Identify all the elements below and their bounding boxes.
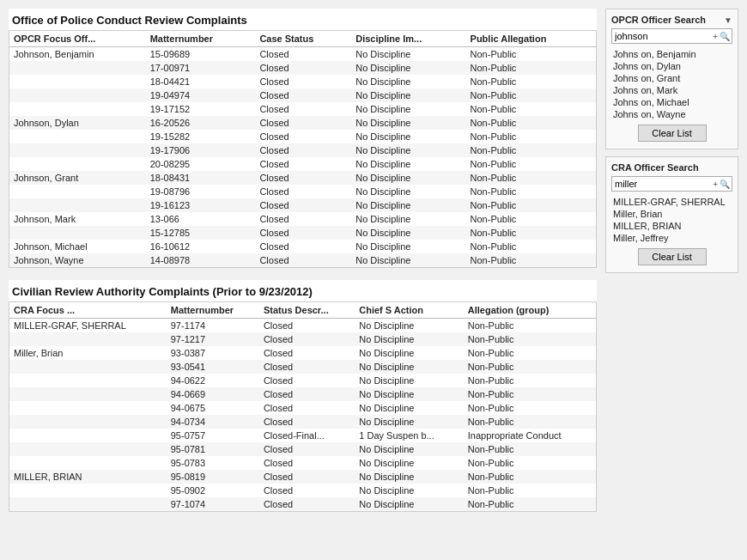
action-cell: No Discipline [355,374,463,387]
officer-cell [9,387,167,401]
matter-cell: 97-1217 [167,332,259,346]
list-item[interactable]: Johns on, Benjamin [611,48,732,60]
table-row: 95-0757 Closed-Final... 1 Day Suspen b..… [9,429,596,442]
list-item[interactable]: Johns on, Michael [611,96,732,108]
status-cell: Closed [259,374,355,387]
allegation-cell: Non-Public [466,198,596,212]
table-row: 97-1074 Closed No Discipline Non-Public [9,497,596,511]
officer-cell [9,185,146,198]
officer-cell [9,130,146,143]
discipline-cell: No Discipline [351,226,465,240]
opcr-header-row: OPCR Focus Off... Matternumber Case Stat… [9,31,596,47]
cra-clear-button[interactable]: Clear List [638,248,707,265]
officer-cell [9,442,167,456]
matter-cell: 19-17152 [146,102,256,116]
cra-search-icon[interactable]: 🔍 [720,180,730,189]
opcr-search-input[interactable] [612,29,711,43]
allegation-cell: Non-Public [466,143,596,157]
cra-section: Civilian Review Authority Complaints (Pr… [9,280,597,512]
status-cell: Closed [255,130,351,143]
cra-search-title: CRA Officer Search [611,162,699,173]
officer-cell [9,61,146,75]
allegation-cell: Non-Public [464,360,596,374]
matter-cell: 16-10612 [146,240,256,253]
table-row: MILLER, BRIAN 95-0819 Closed No Discipli… [9,470,596,484]
status-cell: Closed [259,497,355,511]
officer-cell [9,102,146,116]
list-item[interactable]: Johns on, Grant [611,72,732,84]
allegation-cell: Non-Public [466,130,596,143]
status-cell: Closed [259,470,355,484]
officer-cell [9,332,167,346]
list-item[interactable]: Miller, Jeffrey [611,232,732,244]
action-cell: No Discipline [355,442,463,456]
officer-cell [9,401,167,415]
table-row: 15-12785 Closed No Discipline Non-Public [9,226,596,240]
table-row: 94-0669 Closed No Discipline Non-Public [9,387,596,401]
allegation-cell: Non-Public [464,456,596,470]
page-container: Office of Police Conduct Review Complain… [0,0,747,560]
cra-col-matter: Matternumber [167,302,259,319]
table-row: 94-0622 Closed No Discipline Non-Public [9,374,596,387]
matter-cell: 17-00971 [146,61,256,75]
status-cell: Closed [255,253,351,267]
cra-search-input[interactable] [612,177,711,191]
opcr-plus-icon[interactable]: + [713,32,718,41]
status-cell: Closed [259,401,355,415]
officer-cell [9,360,167,374]
status-cell: Closed [255,75,351,88]
matter-cell: 18-08431 [146,171,256,185]
opcr-dropdown-arrow[interactable]: ▼ [724,15,732,25]
opcr-title: Office of Police Conduct Review Complain… [9,9,597,30]
main-content: Office of Police Conduct Review Complain… [9,9,597,551]
allegation-cell: Non-Public [464,484,596,497]
allegation-cell: Non-Public [464,332,596,346]
officer-cell: Miller, Brian [9,346,167,360]
allegation-cell: Non-Public [466,116,596,130]
matter-cell: 94-0669 [167,387,259,401]
table-row: 19-15282 Closed No Discipline Non-Public [9,130,596,143]
action-cell: No Discipline [355,401,463,415]
status-cell: Closed [259,360,355,374]
officer-cell [9,497,167,511]
opcr-clear-button[interactable]: Clear List [638,125,707,142]
list-item[interactable]: MILLER-GRAF, SHERRAL [611,196,732,208]
opcr-col-status: Case Status [255,31,351,47]
list-item[interactable]: MILLER, BRIAN [611,220,732,232]
allegation-cell: Non-Public [464,346,596,360]
discipline-cell: No Discipline [351,212,465,226]
action-cell: No Discipline [355,346,463,360]
action-cell: No Discipline [355,497,463,511]
opcr-search-input-row[interactable]: + 🔍 [611,28,732,44]
status-cell: Closed [259,415,355,429]
status-cell: Closed [259,387,355,401]
cra-col-action: Chief S Action [355,302,463,319]
cra-search-input-row[interactable]: + 🔍 [611,176,732,192]
matter-cell: 94-0734 [167,415,259,429]
matter-cell: 94-0622 [167,374,259,387]
list-item[interactable]: Johns on, Mark [611,84,732,96]
list-item[interactable]: Miller, Brian [611,208,732,220]
list-item[interactable]: Johns on, Dylan [611,60,732,72]
list-item[interactable]: Johns on, Wayne [611,108,732,120]
table-row: MILLER-GRAF, SHERRAL 97-1174 Closed No D… [9,319,596,333]
table-row: 95-0783 Closed No Discipline Non-Public [9,456,596,470]
opcr-col-matter: Matternumber [146,31,256,47]
allegation-cell: Non-Public [466,171,596,185]
allegation-cell: Non-Public [464,415,596,429]
officer-cell: Johnson, Grant [9,171,146,185]
allegation-cell: Non-Public [464,319,596,333]
status-cell: Closed [255,212,351,226]
officer-cell [9,226,146,240]
opcr-search-icon[interactable]: 🔍 [720,32,730,41]
allegation-cell: Non-Public [466,75,596,88]
table-row: 17-00971 Closed No Discipline Non-Public [9,61,596,75]
allegation-cell: Non-Public [466,226,596,240]
allegation-cell: Non-Public [464,497,596,511]
allegation-cell: Non-Public [466,240,596,253]
opcr-col-discipline: Discipline Im... [351,31,465,47]
cra-plus-icon[interactable]: + [713,180,718,189]
officer-cell: Johnson, Dylan [9,116,146,130]
status-cell: Closed [255,143,351,157]
matter-cell: 95-0902 [167,484,259,497]
